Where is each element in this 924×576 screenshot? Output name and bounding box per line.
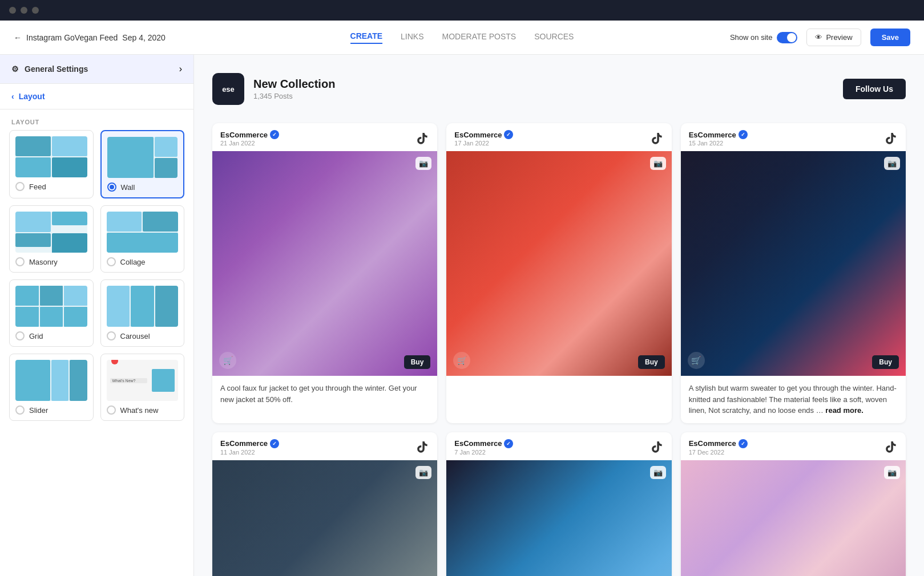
post-card-4: EsCommerce ✓ 11 Jan 2022 📷 xyxy=(212,432,437,576)
show-on-site-toggle[interactable] xyxy=(777,32,797,43)
post-card-2-author: EsCommerce ✓ 17 Jan 2022 xyxy=(454,130,513,147)
layout-thumb-carousel xyxy=(107,286,179,327)
thumb-m4 xyxy=(52,233,87,253)
verified-badge-3: ✓ xyxy=(739,130,748,139)
verified-badge-5: ✓ xyxy=(504,439,513,448)
layout-option-collage-label: Collage xyxy=(107,257,179,266)
thumb-m1 xyxy=(15,212,51,232)
read-more-link[interactable]: read more. xyxy=(825,406,863,415)
profile-header: ese New Collection 1,345 Posts Follow Us xyxy=(212,73,906,105)
post-card-3-author: EsCommerce ✓ 15 Jan 2022 xyxy=(689,130,748,147)
layout-section-header[interactable]: ‹ Layout xyxy=(0,84,193,109)
layout-thumb-grid xyxy=(15,286,87,327)
layout-option-collage[interactable]: Collage xyxy=(100,205,185,273)
chevron-right-icon: › xyxy=(179,64,182,74)
thumb-cell-1 xyxy=(15,136,51,156)
tiktok-icon-3 xyxy=(884,132,898,145)
thumb-g4 xyxy=(15,307,39,327)
post-card-1-name: EsCommerce ✓ xyxy=(220,130,279,139)
thumb-col-2 xyxy=(143,212,178,232)
layout-thumb-masonry xyxy=(15,212,87,253)
post-card-4-header: EsCommerce ✓ 11 Jan 2022 xyxy=(212,432,437,460)
post-card-2-image[interactable]: 📷 🛒 Buy xyxy=(446,151,671,376)
post-card-1-date: 21 Jan 2022 xyxy=(220,140,279,147)
thumb-g3 xyxy=(64,286,87,306)
layout-label: Layout xyxy=(19,92,45,101)
post-card-6-image[interactable]: 📷 xyxy=(681,460,906,576)
buy-button-1[interactable]: Buy xyxy=(404,355,431,369)
post-image-bg-3 xyxy=(681,151,906,376)
thumb-wall-big xyxy=(107,137,154,178)
post-card-2-header: EsCommerce ✓ 17 Jan 2022 xyxy=(446,123,671,151)
layout-option-whatsnew[interactable]: What's New? What's new xyxy=(100,354,185,421)
profile-name: New Collection xyxy=(253,78,834,91)
thumb-cell-2 xyxy=(52,136,87,156)
header-date: Sep 4, 2020 xyxy=(122,33,166,42)
thumb-col-1 xyxy=(107,212,142,232)
radio-whatsnew xyxy=(107,405,116,415)
profile-avatar: ese xyxy=(212,73,244,105)
post-card-3-desc: A stylish but warm sweater to get you th… xyxy=(681,376,906,423)
post-card-3-name: EsCommerce ✓ xyxy=(689,130,748,139)
general-settings-section[interactable]: ⚙ General Settings › xyxy=(0,55,193,84)
nav-sources[interactable]: SOURCES xyxy=(534,32,574,43)
post-card-3-header: EsCommerce ✓ 15 Jan 2022 xyxy=(681,123,906,151)
preview-button[interactable]: 👁 Preview xyxy=(806,29,861,46)
nav-create[interactable]: CREATE xyxy=(350,31,383,44)
camera-icon-3: 📷 xyxy=(884,157,900,170)
header-right: Show on site 👁 Preview Save xyxy=(730,29,910,46)
post-card-4-image[interactable]: 📷 xyxy=(212,460,437,576)
layout-option-carousel[interactable]: Carousel xyxy=(100,279,185,347)
layout-option-wall[interactable]: Wall xyxy=(100,130,185,198)
layout-option-masonry[interactable]: Masonry xyxy=(9,205,94,273)
camera-icon-2: 📷 xyxy=(650,157,666,170)
tiktok-icon-1 xyxy=(415,132,429,145)
post-card-4-date: 11 Jan 2022 xyxy=(220,449,279,456)
layout-option-grid[interactable]: Grid xyxy=(9,279,94,347)
layout-option-slider[interactable]: Slider xyxy=(9,354,94,421)
save-button[interactable]: Save xyxy=(870,29,910,46)
post-card-6-header: EsCommerce ✓ 17 Dec 2022 xyxy=(681,432,906,460)
post-card-4-name: EsCommerce ✓ xyxy=(220,439,279,448)
post-image-bg-1 xyxy=(212,151,437,376)
thumb-cr1 xyxy=(107,286,130,327)
verified-badge-6: ✓ xyxy=(739,439,748,448)
post-card-4-author: EsCommerce ✓ 11 Jan 2022 xyxy=(220,439,279,456)
post-card-3-image[interactable]: 📷 🛒 Buy xyxy=(681,151,906,376)
thumb-cell-3 xyxy=(15,157,51,177)
eye-icon: 👁 xyxy=(815,33,822,42)
post-card-3: EsCommerce ✓ 15 Jan 2022 📷 🛒 B xyxy=(681,123,906,423)
thumb-g5 xyxy=(40,307,63,327)
buy-button-3[interactable]: Buy xyxy=(872,355,899,369)
nav-links[interactable]: LINKS xyxy=(401,32,423,43)
layout-option-feed-label: Feed xyxy=(15,182,87,191)
gear-icon: ⚙ xyxy=(11,64,19,74)
chevron-left-icon: ‹ xyxy=(11,92,14,101)
thumb-cell-4 xyxy=(52,157,87,177)
layout-option-carousel-label: Carousel xyxy=(107,331,179,340)
layout-option-slider-label: Slider xyxy=(15,405,87,415)
buy-button-2[interactable]: Buy xyxy=(638,355,665,369)
sidebar: ⚙ General Settings › ‹ Layout LAYOUT xyxy=(0,55,194,576)
tiktok-icon-2 xyxy=(650,132,664,145)
main-layout: ⚙ General Settings › ‹ Layout LAYOUT xyxy=(0,55,924,576)
post-card-5-image[interactable]: 📷 xyxy=(446,460,671,576)
window-dot-2 xyxy=(21,7,27,14)
thumb-sl2 xyxy=(51,360,68,401)
post-card-6: EsCommerce ✓ 17 Dec 2022 📷 xyxy=(681,432,906,576)
tiktok-icon-6 xyxy=(884,440,898,454)
thumb-sl1 xyxy=(15,360,50,401)
cart-icon-3: 🛒 xyxy=(688,352,705,369)
back-button[interactable]: ← Instagram GoVegan Feed Sep 4, 2020 xyxy=(14,33,166,42)
camera-icon-6: 📷 xyxy=(884,466,900,479)
window-dot-3 xyxy=(32,7,39,14)
radio-grid xyxy=(15,331,25,340)
layout-option-feed[interactable]: Feed xyxy=(9,130,94,198)
nav-moderate-posts[interactable]: MODERATE POSTS xyxy=(442,32,517,43)
layout-option-whatsnew-label: What's new xyxy=(107,405,179,415)
layout-thumb-wall xyxy=(107,137,178,178)
post-card-1-image[interactable]: 📷 🛒 Buy xyxy=(212,151,437,376)
follow-us-button[interactable]: Follow Us xyxy=(843,79,906,99)
thumb-cr3 xyxy=(155,286,179,327)
radio-masonry xyxy=(15,257,25,266)
